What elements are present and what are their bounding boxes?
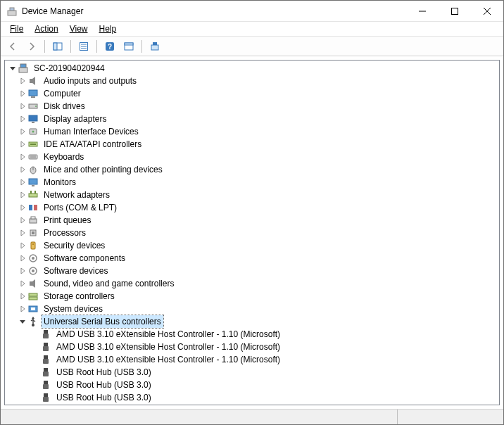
tree-device-node[interactable]: USB Root Hub (USB 3.0) bbox=[5, 379, 499, 391]
forward-button[interactable] bbox=[23, 38, 40, 55]
expander-icon[interactable] bbox=[18, 291, 27, 301]
close-button[interactable] bbox=[471, 1, 503, 22]
tree-category-node[interactable]: Software devices bbox=[5, 265, 499, 277]
minimize-button[interactable] bbox=[406, 1, 439, 22]
menu-view-label: View bbox=[70, 24, 88, 34]
mouse-icon bbox=[27, 164, 39, 175]
hid-icon bbox=[27, 126, 39, 137]
tree-category-label: Software components bbox=[42, 252, 127, 265]
tree-category-node[interactable]: Sound, video and game controllers bbox=[5, 277, 499, 290]
properties-button[interactable] bbox=[75, 38, 92, 55]
ports-icon bbox=[27, 202, 39, 213]
tree-category-node[interactable]: System devices bbox=[5, 303, 499, 315]
expander-icon[interactable] bbox=[18, 177, 27, 187]
tree-category-node[interactable]: Security devices bbox=[5, 239, 499, 252]
menu-view[interactable]: View bbox=[65, 23, 93, 35]
expander-icon[interactable] bbox=[18, 279, 27, 288]
tree-category-node[interactable]: Mice and other pointing devices bbox=[5, 163, 499, 176]
statusbar bbox=[1, 409, 503, 424]
tree-category-label: Mice and other pointing devices bbox=[42, 163, 165, 176]
svg-text:?: ? bbox=[108, 43, 112, 51]
expander-icon[interactable] bbox=[18, 114, 27, 124]
expander-icon[interactable] bbox=[18, 165, 27, 175]
svg-rect-64 bbox=[44, 355, 48, 359]
svg-rect-70 bbox=[44, 393, 48, 397]
security-icon bbox=[27, 240, 39, 251]
svg-rect-63 bbox=[43, 346, 49, 351]
svg-rect-38 bbox=[29, 194, 37, 197]
expander-icon[interactable] bbox=[18, 127, 27, 137]
usb-device-icon bbox=[40, 354, 51, 365]
svg-rect-18 bbox=[19, 68, 27, 72]
svg-rect-26 bbox=[32, 122, 34, 123]
tree-device-node[interactable]: USB Root Hub (USB 3.0) bbox=[5, 391, 499, 404]
menu-help[interactable]: Help bbox=[94, 23, 122, 35]
expander-icon[interactable] bbox=[18, 101, 27, 111]
toolbar-separator bbox=[44, 40, 45, 53]
expander-icon[interactable] bbox=[18, 215, 27, 225]
tree-device-node[interactable]: AMD USB 3.10 eXtensible Host Controller … bbox=[5, 353, 499, 366]
expander-icon[interactable] bbox=[18, 152, 27, 162]
show-hide-console-button[interactable] bbox=[49, 38, 66, 55]
tree-category-node[interactable]: Display adapters bbox=[5, 113, 499, 125]
menu-action[interactable]: Action bbox=[30, 23, 63, 35]
tree-category-label: Computer bbox=[42, 87, 83, 100]
back-button[interactable] bbox=[4, 38, 21, 55]
expander-icon[interactable] bbox=[18, 241, 27, 250]
expander-icon[interactable] bbox=[18, 139, 27, 149]
tree-pane[interactable]: SC-201904020944Audio inputs and outputsC… bbox=[4, 60, 500, 405]
tree-category-node[interactable]: Disk drives bbox=[5, 100, 499, 113]
usb-device-icon bbox=[40, 329, 51, 340]
svg-rect-15 bbox=[125, 43, 133, 45]
expander-icon[interactable] bbox=[18, 190, 27, 200]
processor-icon bbox=[27, 227, 39, 239]
expander-icon[interactable] bbox=[18, 317, 27, 326]
tree-category-node[interactable]: Audio inputs and outputs bbox=[5, 75, 499, 87]
tree-category-label: Human Interface Devices bbox=[42, 125, 141, 138]
tree-category-node[interactable]: Software components bbox=[5, 252, 499, 265]
svg-rect-31 bbox=[29, 155, 37, 159]
expander-icon[interactable] bbox=[8, 63, 18, 73]
expander-icon[interactable] bbox=[18, 76, 27, 86]
tree-category-node[interactable]: Processors bbox=[5, 227, 499, 239]
tree-root-node[interactable]: SC-201904020944 bbox=[5, 62, 499, 75]
tree-category-node[interactable]: Ports (COM & LPT) bbox=[5, 201, 499, 214]
tree-device-node[interactable]: AMD USB 3.10 eXtensible Host Controller … bbox=[5, 328, 499, 341]
tree-category-label: Audio inputs and outputs bbox=[42, 75, 139, 87]
devices-button[interactable] bbox=[146, 38, 163, 55]
expander-icon[interactable] bbox=[18, 228, 27, 238]
expander-icon[interactable] bbox=[18, 203, 27, 212]
maximize-button[interactable] bbox=[439, 1, 471, 22]
tree-category-label: Network adapters bbox=[42, 189, 112, 201]
tree-category-node[interactable]: Storage controllers bbox=[5, 290, 499, 303]
tree-category-node[interactable]: Universal Serial Bus controllers bbox=[5, 315, 499, 328]
help-button[interactable]: ? bbox=[101, 38, 118, 55]
tree-device-node[interactable]: USB Root Hub (USB 3.0) bbox=[5, 366, 499, 379]
svg-rect-69 bbox=[43, 384, 49, 389]
expander-icon[interactable] bbox=[18, 304, 27, 314]
tree-category-node[interactable]: Computer bbox=[5, 87, 499, 100]
svg-rect-60 bbox=[44, 330, 48, 334]
svg-rect-53 bbox=[30, 281, 32, 286]
tree-category-label: Monitors bbox=[42, 176, 78, 189]
storage-icon bbox=[27, 291, 39, 302]
tree-category-node[interactable]: IDE ATA/ATAPI controllers bbox=[5, 138, 499, 151]
tree-category-label: Ports (COM & LPT) bbox=[42, 201, 119, 214]
tree-category-node[interactable]: Monitors bbox=[5, 176, 499, 189]
tree-category-node[interactable]: Human Interface Devices bbox=[5, 125, 499, 138]
tree-device-label: AMD USB 3.10 eXtensible Host Controller … bbox=[54, 341, 282, 353]
menubar: File Action View Help bbox=[1, 22, 503, 37]
expander-icon[interactable] bbox=[18, 253, 27, 263]
tree-category-node[interactable]: Print queues bbox=[5, 214, 499, 227]
app-icon bbox=[6, 6, 18, 17]
expander-icon[interactable] bbox=[18, 89, 27, 99]
tree-category-node[interactable]: Network adapters bbox=[5, 189, 499, 201]
tree-category-node[interactable]: Keyboards bbox=[5, 151, 499, 163]
disk-icon bbox=[27, 101, 39, 112]
tree-root-label: SC-201904020944 bbox=[32, 62, 107, 75]
tree-device-node[interactable]: AMD USB 3.10 eXtensible Host Controller … bbox=[5, 341, 499, 353]
expander-icon[interactable] bbox=[18, 266, 27, 276]
scan-hardware-button[interactable] bbox=[120, 38, 137, 55]
menu-file[interactable]: File bbox=[5, 23, 28, 35]
svg-rect-41 bbox=[29, 205, 32, 210]
